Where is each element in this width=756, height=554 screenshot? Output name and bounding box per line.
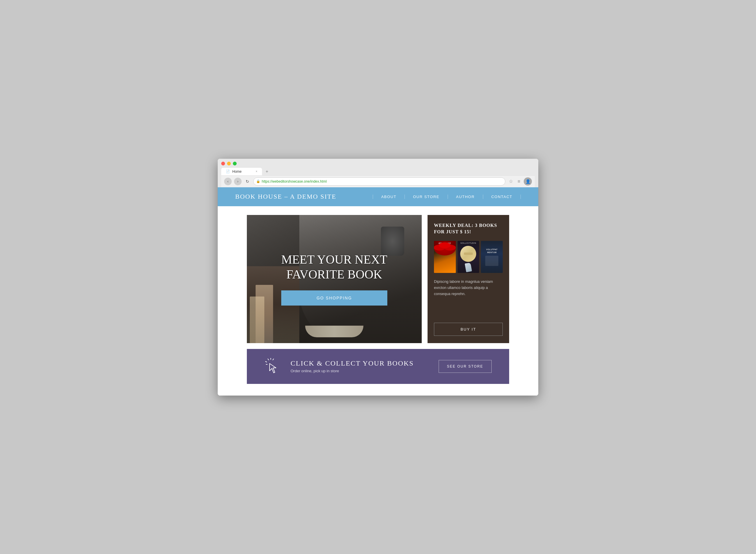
deal-books: PRAESENT RUTRUM SOLLICITUDIN V [434,241,503,273]
close-button[interactable] [221,162,225,165]
paper-decoration [465,263,472,272]
book2-top-text: SOLLICITUDIN [460,242,476,244]
svg-line-2 [265,362,267,362]
active-tab[interactable]: 📄 Home × [221,168,262,175]
maximize-button[interactable] [233,162,237,165]
nav-store[interactable]: OUR STORE [405,195,448,199]
book3-illustration [485,256,498,266]
hero-text-overlay: MEET YOUR NEXTFAVORITE BOOK GO SHOPPING [272,252,396,306]
hero-section: MEET YOUR NEXTFAVORITE BOOK GO SHOPPING … [247,215,509,343]
site-nav: BOOK HOUSE – A DEMO SITE ABOUT OUR STORE… [218,187,538,206]
nav-about[interactable]: ABOUT [373,195,405,199]
deal-description: Dipiscng labore in magnlua veniam exrcto… [434,279,503,317]
back-button[interactable]: ‹ [224,178,232,185]
minimize-button[interactable] [227,162,231,165]
bow-decoration [439,242,451,248]
svg-line-0 [268,359,269,360]
collect-banner-subtitle: Order online, pick up in store [291,369,430,373]
book-cover-1: PRAESENT RUTRUM [434,241,456,273]
tab-title: Home [232,170,242,174]
browser-window: 📄 Home × + ‹ › ↻ 🔒 ☆ ≡ 👤 BOOK HOUSE – A … [218,159,538,396]
book-cover-2: SOLLICITUDIN [458,241,480,273]
nav-contact[interactable]: CONTACT [483,195,521,199]
book-cover-3: VOLUTPAT MENTUM [481,241,503,273]
site-logo: BOOK HOUSE – A DEMO SITE [235,193,373,201]
click-collect-icon [264,358,282,375]
scroll-center [464,253,473,255]
tab-page-icon: 📄 [226,170,230,173]
collect-banner-title: CLICK & COLLECT YOUR BOOKS [291,359,430,367]
books-stack-2-decoration [250,296,264,343]
buy-it-button[interactable]: BUY IT [434,323,503,336]
see-our-store-button[interactable]: SEE OUR STORE [439,360,492,373]
browser-chrome: 📄 Home × + ‹ › ↻ 🔒 ☆ ≡ 👤 [218,159,538,187]
new-tab-button[interactable]: + [263,168,271,175]
nav-links: ABOUT OUR STORE AUTHOR CONTACT [373,195,521,199]
collect-banner: CLICK & COLLECT YOUR BOOKS Order online,… [247,349,509,384]
bookmark-icon[interactable]: ☆ [508,178,514,185]
website-content: BOOK HOUSE – A DEMO SITE ABOUT OUR STORE… [218,187,538,396]
tab-close-button[interactable]: × [256,170,257,173]
mug-decoration [381,227,404,256]
deal-title: WEEKLY DEAL: 3 BOOKS FOR JUST $ 15! [434,222,503,235]
hero-image: MEET YOUR NEXTFAVORITE BOOK GO SHOPPING [247,215,422,343]
user-avatar[interactable]: 👤 [524,177,532,185]
url-bar-wrapper: 🔒 [253,177,505,185]
open-book-decoration [305,326,363,337]
reload-button[interactable]: ↻ [244,178,251,185]
collect-text-block: CLICK & COLLECT YOUR BOOKS Order online,… [291,359,430,373]
traffic-lights [221,162,535,165]
scroll-decoration [460,246,476,262]
book3-text: VOLUTPAT MENTUM [482,248,502,254]
weekly-deal-panel: WEEKLY DEAL: 3 BOOKS FOR JUST $ 15! PRAE… [427,215,509,343]
menu-icon[interactable]: ≡ [516,178,521,185]
main-content: MEET YOUR NEXTFAVORITE BOOK GO SHOPPING … [218,206,538,396]
address-bar: ‹ › ↻ 🔒 ☆ ≡ 👤 [221,175,535,187]
go-shopping-button[interactable]: GO SHOPPING [281,290,387,306]
forward-button[interactable]: › [234,178,242,185]
nav-author[interactable]: AUTHOR [448,195,483,199]
svg-line-4 [273,359,274,360]
hero-title: MEET YOUR NEXTFAVORITE BOOK [281,252,387,282]
tab-bar: 📄 Home × + [221,168,535,175]
url-input[interactable] [253,177,505,185]
